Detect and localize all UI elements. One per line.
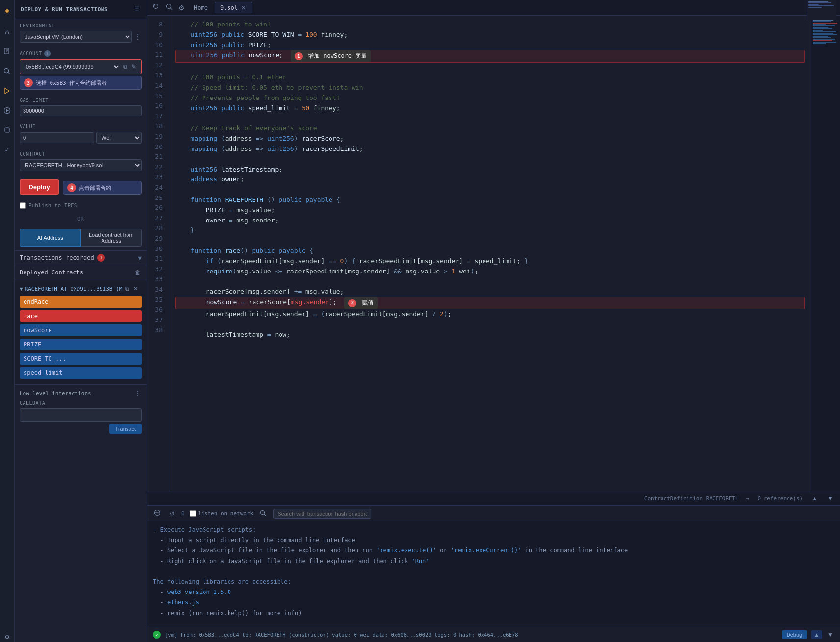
terminal-search-icon[interactable] xyxy=(258,509,268,519)
editor-tabs: ⚙ Home 9.sol ✕ xyxy=(147,0,840,16)
low-level-menu[interactable]: ⋮ xyxy=(134,389,142,397)
value-input[interactable] xyxy=(20,132,94,143)
environment-row: JavaScript VM (London) ⋮ xyxy=(20,31,142,43)
environment-select[interactable]: JavaScript VM (London) xyxy=(20,31,132,43)
account-copy-btn[interactable]: ⧉ xyxy=(122,62,128,71)
environment-info-btn[interactable]: ⋮ xyxy=(134,32,142,41)
references-up-btn[interactable]: ▲ xyxy=(811,494,818,503)
settings-tab-btn[interactable]: ⚙ xyxy=(177,2,187,14)
account-edit-btn[interactable]: ✎ xyxy=(130,62,137,71)
transactions-badge: 1 xyxy=(97,254,105,262)
svg-rect-9 xyxy=(5,128,9,132)
scoretowin-btn[interactable]: SCORE_TO_... xyxy=(20,353,142,365)
terminal-line: - Input a script directly in the command… xyxy=(153,536,834,545)
prize-btn[interactable]: PRIZE xyxy=(20,339,142,350)
line-numbers: 8910111213141516171819202122232425262728… xyxy=(147,16,169,492)
instance-copy-btn[interactable]: ⧉ xyxy=(124,284,130,293)
svg-point-15 xyxy=(167,4,171,9)
deploy-tooltip: 4 点击部署合约 xyxy=(63,181,142,195)
endrace-btn[interactable]: endRace xyxy=(20,296,142,308)
terminal-search-input[interactable] xyxy=(273,509,371,519)
panel-title: DEPLOY & RUN TRANSACTIONS xyxy=(21,6,108,13)
publish-section: Publish to IPFS xyxy=(15,198,147,213)
speedlimit-btn[interactable]: speed_limit xyxy=(20,367,142,379)
expand-terminal-btn[interactable]: ▲ xyxy=(811,630,822,639)
terminal-line xyxy=(153,567,834,576)
settings-icon[interactable]: ⚙ xyxy=(2,631,13,642)
value-unit-select[interactable]: Wei xyxy=(96,132,142,144)
tx-info: [vm] from: 0x5B3...eddC4 to: RACEFORETH … xyxy=(165,632,778,638)
contract-label: CONTRACT xyxy=(20,151,142,157)
gas-limit-input[interactable] xyxy=(20,105,142,116)
listen-label[interactable]: listen on network xyxy=(190,510,254,517)
bottom-status: ✓ [vm] from: 0x5B3...eddC4 to: RACEFORET… xyxy=(147,627,840,642)
run-icon[interactable] xyxy=(2,105,13,116)
transactions-recorded-row[interactable]: Transactions recorded 1 ▼ xyxy=(15,250,147,265)
contract-def-label: ContractDefinition RACEFORETH xyxy=(644,495,738,502)
account-tooltip: 3 选择 0x5B3 作为合约部署者 xyxy=(20,76,142,90)
value-row: Wei xyxy=(20,132,142,144)
terminal-reload-btn[interactable]: ↺ xyxy=(168,509,177,518)
publish-checkbox[interactable] xyxy=(20,202,26,209)
main-area: ⚙ Home 9.sol ✕ 8910111213141516171819202… xyxy=(147,0,840,642)
code-content[interactable]: // 100 points to win! uint256 public SCO… xyxy=(169,16,811,492)
transact-btn[interactable]: Transact xyxy=(109,424,142,434)
test-icon[interactable]: ✓ xyxy=(2,144,13,155)
panel-header: DEPLOY & RUN TRANSACTIONS ☰ xyxy=(15,0,147,19)
svg-line-5 xyxy=(8,72,10,74)
logo-icon[interactable]: ◈ xyxy=(2,5,13,16)
account-select[interactable]: 0x5B3...eddC4 (99.9999999 xyxy=(24,63,120,70)
debug-btn[interactable]: Debug xyxy=(782,630,807,639)
terminal-line: - web3 version 1.5.0 xyxy=(153,588,834,597)
publish-label[interactable]: Publish to IPFS xyxy=(20,202,142,209)
editor-statusbar: ContractDefinition RACEFORETH → 0 refere… xyxy=(147,492,840,505)
minimap xyxy=(811,16,840,492)
contract-select[interactable]: RACEFORETH - Honeypot/9.sol xyxy=(20,159,142,171)
instance-close-btn[interactable]: ✕ xyxy=(132,284,139,293)
gas-section: GAS LIMIT xyxy=(15,94,147,120)
svg-line-16 xyxy=(171,8,173,10)
deployed-contracts-row[interactable]: Deployed Contracts 🗑 xyxy=(15,265,147,280)
account-info-icon: i xyxy=(44,50,51,57)
account-tooltip-text: 选择 0x5B3 作为合约部署者 xyxy=(36,79,107,87)
terminal-line: - Select a JavaScript file in the file e… xyxy=(153,546,834,555)
close-file-tab[interactable]: ✕ xyxy=(240,5,247,11)
deploy-panel: DEPLOY & RUN TRANSACTIONS ☰ ENVIRONMENT … xyxy=(15,0,147,642)
files-icon[interactable] xyxy=(2,46,13,57)
at-address-section: At Address Load contract from Address xyxy=(15,225,147,250)
value-label: VALUE xyxy=(20,124,142,129)
listen-checkbox[interactable] xyxy=(190,510,196,517)
file-tab[interactable]: 9.sol ✕ xyxy=(215,2,252,13)
low-level-header: Low level interactions ⋮ xyxy=(20,389,142,397)
nowscore-btn[interactable]: nowScore xyxy=(20,324,142,336)
calldata-input[interactable] xyxy=(20,408,142,422)
race-btn[interactable]: race xyxy=(20,310,142,322)
deployed-contracts-trash[interactable]: 🗑 xyxy=(134,268,142,277)
terminal-line: The following libraries are accessible: xyxy=(153,577,834,587)
compile-icon[interactable] xyxy=(2,85,13,96)
instance-chevron: ▼ xyxy=(20,286,23,292)
zoom-out-btn[interactable] xyxy=(151,1,162,14)
load-contract-btn[interactable]: Load contract from Address xyxy=(81,229,142,247)
code-editor: 8910111213141516171819202122232425262728… xyxy=(147,16,840,505)
terminal-plugin-btn[interactable] xyxy=(152,508,163,519)
references-label: 0 reference(s) xyxy=(758,495,803,502)
bottom-chevron-btn[interactable]: ▼ xyxy=(826,630,834,639)
terminal-content: - Execute JavaScript scripts: - Input a … xyxy=(147,521,840,627)
terminal-line xyxy=(153,619,834,627)
references-down-btn[interactable]: ▼ xyxy=(826,494,834,503)
account-box: 0x5B3...eddC4 (99.9999999 ⧉ ✎ xyxy=(20,59,142,74)
terminal-count: 0 xyxy=(181,510,185,517)
svg-marker-6 xyxy=(5,88,9,94)
terminal: ↺ 0 listen on network - Execute JavaScri… xyxy=(147,505,840,642)
zoom-in-btn[interactable] xyxy=(164,1,175,14)
account-section: ACCOUNT i 0x5B3...eddC4 (99.9999999 ⧉ ✎ … xyxy=(15,47,147,94)
deploy-button[interactable]: Deploy xyxy=(20,179,59,195)
svg-point-4 xyxy=(4,68,9,73)
search-icon[interactable] xyxy=(2,66,13,76)
at-address-btn[interactable]: At Address xyxy=(20,229,81,247)
home-tab[interactable]: Home xyxy=(189,2,213,13)
panel-menu-btn[interactable]: ☰ xyxy=(133,5,141,14)
debug-icon[interactable] xyxy=(2,124,13,135)
home-icon[interactable]: ⌂ xyxy=(2,26,13,37)
